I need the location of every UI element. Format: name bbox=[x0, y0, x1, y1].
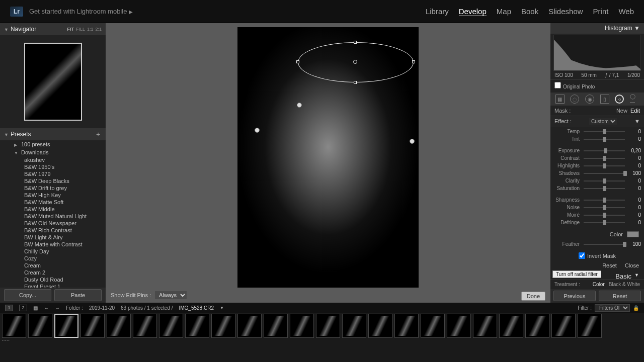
module-library[interactable]: Library bbox=[426, 7, 449, 16]
preset-item[interactable]: B&W 1950's bbox=[0, 163, 106, 170]
filmstrip-frame[interactable] bbox=[551, 314, 576, 338]
done-button[interactable]: Done bbox=[521, 292, 545, 301]
filmstrip-frame[interactable] bbox=[28, 314, 52, 338]
preset-item[interactable]: B&W Matte Soft bbox=[0, 199, 106, 206]
preset-item[interactable]: BW Matte with Contrast bbox=[0, 241, 106, 248]
reset-button[interactable]: Reset bbox=[599, 291, 641, 301]
filmstrip-frame[interactable] bbox=[107, 314, 131, 338]
spot-tool-icon[interactable]: ◌ bbox=[570, 95, 579, 104]
presets-header[interactable]: ▼Presets + bbox=[0, 128, 106, 140]
slider-track[interactable] bbox=[584, 173, 625, 174]
filmstrip-frame[interactable] bbox=[316, 314, 340, 338]
graduated-tool-icon[interactable]: ▯ bbox=[600, 95, 609, 104]
preset-group[interactable]: ▼Downloads bbox=[0, 148, 106, 156]
filmstrip-frame[interactable] bbox=[211, 314, 235, 338]
nav-fwd-icon[interactable]: → bbox=[55, 305, 60, 311]
photo-canvas[interactable] bbox=[237, 27, 419, 294]
crop-tool-icon[interactable]: ▦ bbox=[555, 95, 565, 104]
filmstrip-frame[interactable] bbox=[54, 314, 78, 338]
filmstrip-frame[interactable] bbox=[80, 314, 105, 338]
module-map[interactable]: Map bbox=[497, 7, 511, 16]
handle-center[interactable] bbox=[353, 60, 357, 64]
filmstrip-frame[interactable] bbox=[525, 314, 549, 338]
previous-button[interactable]: Previous bbox=[553, 291, 596, 301]
navigator-preview[interactable] bbox=[0, 35, 106, 128]
histogram[interactable] bbox=[553, 35, 641, 71]
filmstrip-frame[interactable] bbox=[421, 314, 445, 338]
feather-slider[interactable] bbox=[584, 244, 625, 245]
add-preset-icon[interactable]: + bbox=[95, 131, 102, 138]
slider-track[interactable] bbox=[584, 150, 625, 151]
slider-track[interactable] bbox=[584, 215, 625, 216]
module-book[interactable]: Book bbox=[521, 7, 538, 16]
slider-track[interactable] bbox=[584, 207, 625, 208]
nav-back-icon[interactable]: ← bbox=[44, 305, 49, 311]
effect-select[interactable]: Custom bbox=[589, 118, 617, 125]
preset-item[interactable]: B&W Deep Blacks bbox=[0, 177, 106, 185]
filmstrip-frame[interactable] bbox=[159, 314, 183, 338]
module-slideshow[interactable]: Slideshow bbox=[548, 7, 583, 16]
preset-group[interactable]: ▶100 presets bbox=[0, 140, 106, 148]
filmstrip-frame[interactable] bbox=[185, 314, 209, 338]
lock-icon[interactable]: 🔒 bbox=[633, 305, 639, 311]
filmstrip-frame[interactable] bbox=[499, 314, 523, 338]
preset-item[interactable]: B&W Drift to grey bbox=[0, 185, 106, 192]
chevron-down-icon[interactable]: ▼ bbox=[220, 306, 224, 310]
slider-track[interactable] bbox=[584, 188, 625, 189]
zoom-2:1[interactable]: 2:1 bbox=[95, 27, 102, 32]
main-display-1[interactable]: 1 bbox=[5, 305, 13, 311]
main-view[interactable]: Show Edit Pins : Always Done bbox=[106, 23, 550, 303]
folder-name[interactable]: 2019-11-20 bbox=[89, 305, 115, 311]
invert-mask-checkbox[interactable] bbox=[579, 252, 585, 259]
filmstrip-frame[interactable] bbox=[578, 314, 602, 338]
edit-pin[interactable] bbox=[255, 128, 260, 133]
radial-tool-icon[interactable]: ○ bbox=[615, 95, 624, 104]
treatment-color[interactable]: Color bbox=[593, 282, 605, 287]
reset-link[interactable]: Reset bbox=[602, 262, 617, 268]
zoom-fit[interactable]: FIT bbox=[67, 27, 74, 32]
invert-mask-row[interactable]: Invert Mask bbox=[550, 251, 644, 260]
preset-item[interactable]: akushev bbox=[0, 156, 106, 163]
filmstrip-frame[interactable] bbox=[264, 314, 288, 338]
chevron-down-icon[interactable]: ▼ bbox=[634, 118, 640, 125]
slider-track[interactable] bbox=[584, 139, 625, 140]
preset-item[interactable]: B&W Middle bbox=[0, 206, 106, 213]
handle-right[interactable] bbox=[412, 60, 415, 63]
redeye-tool-icon[interactable]: ◉ bbox=[585, 95, 594, 104]
preset-item[interactable]: B&W Muted Natural Light bbox=[0, 213, 106, 220]
filmstrip-frame[interactable] bbox=[447, 314, 471, 338]
filmstrip-frame[interactable] bbox=[133, 314, 157, 338]
preset-item[interactable]: Dusty Old Road bbox=[0, 276, 106, 283]
filmstrip-frame[interactable] bbox=[342, 314, 366, 338]
handle-bottom[interactable] bbox=[354, 81, 357, 84]
preset-item[interactable]: BW Light & Airy bbox=[0, 234, 106, 241]
filmstrip-frame[interactable] bbox=[368, 314, 392, 338]
filmstrip-frame[interactable] bbox=[473, 314, 497, 338]
edit-pin[interactable] bbox=[297, 103, 302, 108]
zoom-fill[interactable]: FILL bbox=[76, 27, 85, 32]
preset-item[interactable]: B&W Rich Contrast bbox=[0, 227, 106, 234]
basic-panel-header[interactable]: Basic▼ bbox=[610, 270, 644, 282]
slider-track[interactable] bbox=[584, 165, 625, 166]
preset-item[interactable]: B&W High Key bbox=[0, 192, 106, 199]
histogram-header[interactable]: Histogram ▼ bbox=[550, 23, 644, 34]
filter-select[interactable]: Filters Off bbox=[595, 304, 630, 312]
module-print[interactable]: Print bbox=[593, 7, 609, 16]
mobile-link[interactable]: Get started with Lightroom mobile▶ bbox=[29, 8, 133, 15]
preset-item[interactable]: Chilly Day bbox=[0, 248, 106, 255]
close-link[interactable]: Close bbox=[625, 262, 639, 268]
paste-button[interactable]: Paste bbox=[54, 289, 102, 301]
original-photo-toggle[interactable]: Original Photo bbox=[550, 79, 644, 92]
navigator-header[interactable]: ▼Navigator FITFILL1:12:1 bbox=[0, 23, 106, 35]
preset-item[interactable]: Cozy bbox=[0, 255, 106, 262]
mask-new[interactable]: New bbox=[616, 108, 627, 114]
preset-item[interactable]: Egypt Preset 1 bbox=[0, 283, 106, 288]
module-develop[interactable]: Develop bbox=[459, 7, 487, 16]
filmstrip-frame[interactable] bbox=[2, 314, 26, 338]
grid-icon[interactable]: ▦ bbox=[33, 305, 38, 311]
slider-track[interactable] bbox=[584, 222, 625, 223]
copy-button[interactable]: Copy... bbox=[4, 289, 51, 301]
slider-track[interactable] bbox=[584, 180, 625, 182]
main-display-2[interactable]: 2 bbox=[19, 305, 27, 311]
pins-mode-select[interactable]: Always bbox=[155, 291, 187, 299]
